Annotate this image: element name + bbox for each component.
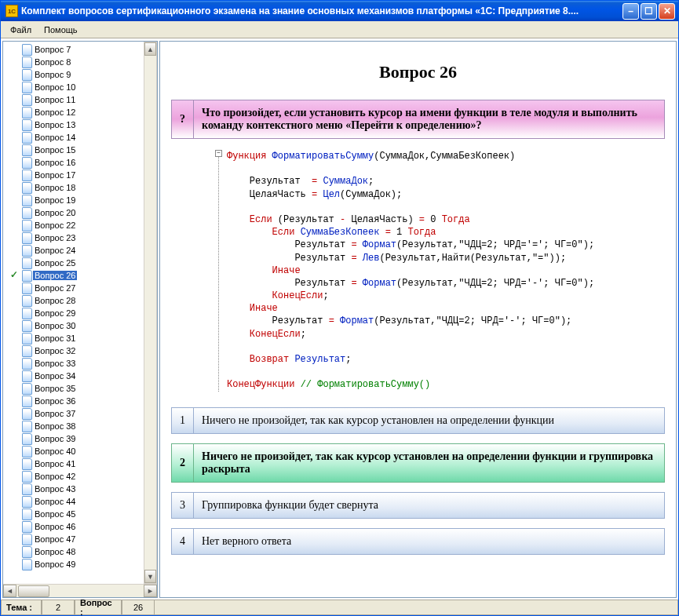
tree-item-question[interactable]: Вопрос 26: [3, 269, 144, 282]
menu-file[interactable]: Файл: [4, 24, 38, 36]
tree-item-question[interactable]: Вопрос 11: [3, 93, 144, 106]
tree-item-question[interactable]: Вопрос 42: [3, 470, 144, 483]
tree-item-label: Вопрос 8: [33, 57, 72, 67]
code-line: КонецФункции // ФорматироватьСумму(): [227, 378, 665, 391]
scroll-up-button[interactable]: ▲: [144, 42, 156, 56]
answer-option[interactable]: 1Ничего не произойдет, так как курсор ус…: [171, 407, 665, 434]
tree-item-question[interactable]: Вопрос 25: [3, 257, 144, 269]
tree-item-label: Вопрос 48: [33, 547, 77, 556]
tree-item-question[interactable]: Вопрос 34: [3, 370, 144, 382]
code-line: КонецЕсли;: [227, 328, 665, 341]
tree-vertical-scrollbar[interactable]: ▲ ▼: [144, 42, 157, 584]
tree-item-question[interactable]: Вопрос 49: [3, 558, 144, 570]
tree-item-question[interactable]: Вопрос 43: [3, 483, 144, 495]
tree-item-question[interactable]: Вопрос 44: [3, 495, 144, 508]
tree-item-question[interactable]: Вопрос 16: [3, 156, 144, 169]
tree-item-question[interactable]: Вопрос 12: [3, 106, 144, 118]
tree-item-label: Вопрос 9: [33, 70, 72, 79]
answer-list: 1Ничего не произойдет, так как курсор ус…: [171, 407, 665, 555]
code-line: ЦелаяЧасть = Цел(СуммаДок);: [227, 188, 665, 201]
tree-item-question[interactable]: Вопрос 48: [3, 545, 144, 558]
answer-option[interactable]: 2Ничего не произойдет, так как курсор ус…: [171, 443, 665, 483]
hscroll-track[interactable]: [16, 585, 144, 597]
tree-item-question[interactable]: Вопрос 36: [3, 395, 144, 407]
tree-item-label: Вопрос 49: [33, 560, 77, 569]
tree-item-label: Вопрос 19: [33, 195, 77, 205]
tree-item-question[interactable]: Вопрос 29: [3, 307, 144, 319]
tree-item-question[interactable]: Вопрос 17: [3, 169, 144, 181]
question-tree-panel: Вопрос 7Вопрос 8Вопрос 9Вопрос 10Вопрос …: [2, 41, 158, 598]
tree-item-question[interactable]: Вопрос 9: [3, 68, 144, 81]
tree-item-question[interactable]: Вопрос 41: [3, 457, 144, 470]
tree-item-label: Вопрос 7: [33, 45, 72, 54]
tree-item-label: Вопрос 14: [33, 133, 77, 142]
tree-item-question[interactable]: Вопрос 33: [3, 357, 144, 370]
question-heading: Вопрос 26: [171, 62, 665, 82]
tree-item-label: Вопрос 22: [33, 221, 77, 230]
tree-item-question[interactable]: Вопрос 13: [3, 118, 144, 131]
tree-item-question[interactable]: Вопрос 22: [3, 219, 144, 231]
tree-item-question[interactable]: Вопрос 28: [3, 294, 144, 307]
code-line: Функция ФорматироватьСумму(СуммаДок,Сумм…: [227, 150, 665, 162]
status-vopros-label: Вопрос :: [75, 600, 122, 615]
answer-option[interactable]: 4Нет верного ответа: [171, 528, 665, 555]
tree-item-question[interactable]: Вопрос 15: [3, 144, 144, 156]
tree-item-question[interactable]: Вопрос 47: [3, 533, 144, 545]
tree-horizontal-scrollbar[interactable]: ◄ ►: [3, 584, 157, 597]
tree-item-question[interactable]: Вопрос 31: [3, 332, 144, 344]
tree-item-question[interactable]: Вопрос 19: [3, 194, 144, 206]
tree-item-label: Вопрос 29: [33, 308, 77, 318]
maximize-button[interactable]: ☐: [641, 3, 657, 20]
tree-item-question[interactable]: Вопрос 14: [3, 131, 144, 144]
collapse-toggle-icon[interactable]: –: [215, 150, 222, 157]
close-button[interactable]: ✕: [659, 3, 675, 20]
question-content: Вопрос 26 ? Что произойдет, если установ…: [159, 41, 677, 598]
code-line: Результат = СуммаДок;: [227, 175, 665, 188]
tree-item-question[interactable]: Вопрос 10: [3, 81, 144, 93]
question-text: Что произойдет, если установить курсор н…: [194, 100, 664, 138]
scroll-track[interactable]: [144, 56, 156, 570]
tree-item-question[interactable]: Вопрос 45: [3, 508, 144, 520]
tree-item-label: Вопрос 26: [33, 271, 77, 280]
tree-item-question[interactable]: Вопрос 7: [3, 43, 144, 56]
code-line: Возврат Результат;: [227, 353, 665, 366]
status-spacer: [155, 600, 678, 615]
tree-item-question[interactable]: Вопрос 37: [3, 407, 144, 420]
answer-text: Нет верного ответа: [194, 529, 664, 554]
tree-item-label: Вопрос 43: [33, 484, 77, 494]
tree-item-question[interactable]: Вопрос 8: [3, 56, 144, 68]
minimize-button[interactable]: –: [622, 3, 639, 20]
scroll-left-button[interactable]: ◄: [3, 585, 16, 597]
menu-help[interactable]: Помощь: [38, 24, 84, 36]
tree-item-question[interactable]: Вопрос 38: [3, 420, 144, 432]
tree-item-question[interactable]: Вопрос 32: [3, 344, 144, 357]
tree-item-question[interactable]: Вопрос 40: [3, 445, 144, 457]
code-line: Иначе: [227, 264, 665, 277]
scroll-down-button[interactable]: ▼: [144, 570, 156, 583]
status-tema-label: Тема :: [1, 600, 42, 615]
tree-item-label: Вопрос 33: [33, 359, 77, 368]
tree-item-question[interactable]: Вопрос 35: [3, 382, 144, 395]
answer-option[interactable]: 3Группировка функции будет свернута: [171, 492, 665, 519]
answer-number: 1: [172, 408, 194, 433]
hscroll-thumb[interactable]: [18, 585, 49, 597]
tree-item-question[interactable]: Вопрос 27: [3, 282, 144, 294]
tree-item-label: Вопрос 10: [33, 82, 77, 92]
tree-item-question[interactable]: Вопрос 23: [3, 231, 144, 244]
titlebar[interactable]: 1C Комплект вопросов сертификационного э…: [1, 1, 678, 21]
tree-item-label: Вопрос 28: [33, 296, 77, 305]
tree-item-label: Вопрос 17: [33, 170, 77, 180]
tree-item-label: Вопрос 25: [33, 258, 77, 268]
tree-item-question[interactable]: Вопрос 30: [3, 319, 144, 332]
app-icon: 1C: [5, 5, 18, 17]
status-vopros-value: 26: [122, 600, 155, 615]
tree-item-question[interactable]: Вопрос 20: [3, 206, 144, 219]
question-tree[interactable]: Вопрос 7Вопрос 8Вопрос 9Вопрос 10Вопрос …: [3, 42, 144, 584]
tree-item-question[interactable]: Вопрос 18: [3, 181, 144, 194]
tree-item-question[interactable]: Вопрос 24: [3, 244, 144, 257]
tree-item-question[interactable]: Вопрос 39: [3, 432, 144, 445]
tree-item-question[interactable]: Вопрос 46: [3, 520, 144, 533]
code-line: Результат = Лев(Результат,Найти(Результа…: [227, 252, 665, 264]
tree-item-label: Вопрос 18: [33, 183, 77, 192]
scroll-right-button[interactable]: ►: [144, 585, 157, 597]
